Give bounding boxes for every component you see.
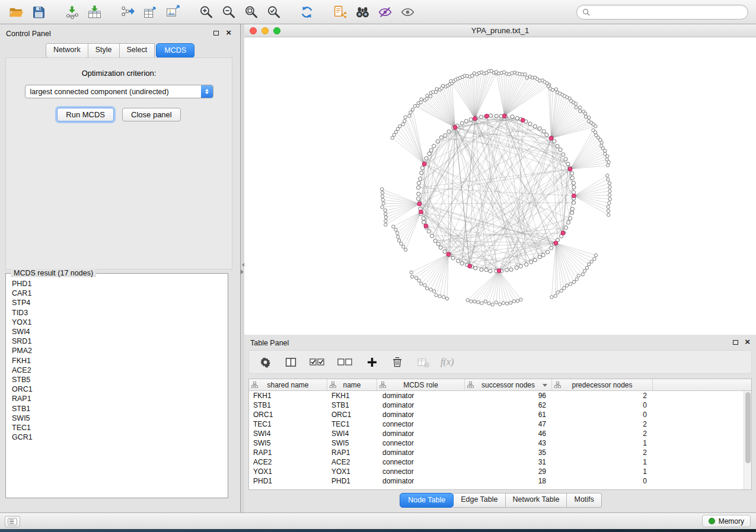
select-all-icon (310, 356, 325, 368)
close-table-panel-icon[interactable]: × (745, 337, 750, 347)
mcds-result-item[interactable]: PMA2 (12, 346, 227, 355)
export-network-button[interactable] (116, 2, 139, 22)
table-row[interactable]: TEC1TEC1connector472 (249, 419, 744, 429)
mcds-result-item[interactable]: STB5 (12, 375, 227, 384)
table-row[interactable]: SWI4SWI4dominator462 (249, 429, 744, 438)
mcds-result-item[interactable]: TID3 (12, 308, 227, 318)
mcds-result-item[interactable]: ORC1 (12, 384, 227, 394)
delete-row-button[interactable] (390, 354, 405, 370)
close-panel-icon[interactable]: × (226, 28, 231, 37)
mcds-result-item[interactable]: TEC1 (12, 423, 227, 432)
table-columns-button[interactable] (283, 354, 298, 370)
column-header-name[interactable]: name (327, 379, 377, 390)
tab-network[interactable]: Network (46, 43, 88, 58)
table-row[interactable]: SWI5SWI5connector431 (249, 438, 744, 448)
table-tab-network-table[interactable]: Network Table (506, 493, 567, 508)
optimization-criterion-label: Optimization criterion: (6, 69, 232, 78)
mcds-result-item[interactable]: GCR1 (12, 432, 227, 442)
table-settings-button[interactable] (257, 354, 273, 370)
add-row-icon (366, 357, 378, 368)
panel-menu-button[interactable] (5, 516, 20, 527)
mcds-result-item[interactable]: RAP1 (12, 394, 227, 403)
select-all-button[interactable] (308, 354, 326, 370)
mcds-result-item[interactable]: SWI5 (12, 414, 227, 423)
column-type-icon (330, 382, 336, 390)
criterion-select[interactable]: largest connected component (undirected) (25, 85, 213, 98)
table-row[interactable]: PHD1PHD1dominator180 (249, 476, 744, 486)
save-button[interactable] (27, 2, 50, 22)
run-mcds-button[interactable]: Run MCDS (57, 108, 114, 121)
network-titlebar: YPA_prune.txt_1 (244, 24, 756, 37)
criterion-selected-value: largest connected component (undirected) (30, 88, 169, 96)
table-tab-edge-table[interactable]: Edge Table (454, 493, 505, 508)
table-row[interactable]: ACE2ACE2connector311 (249, 457, 744, 467)
refresh-icon (299, 5, 314, 20)
function-builder-button[interactable]: f(x) (441, 357, 454, 367)
open-folder-icon (9, 5, 24, 20)
column-header-MCDS-role[interactable]: MCDS role (377, 379, 465, 390)
table-panel-tabs: Node TableEdge TableNetwork TableMotifs (244, 493, 756, 508)
import-network-icon (65, 5, 79, 20)
memory-label: Memory (719, 517, 744, 525)
hide-details-icon (378, 5, 393, 20)
float-table-panel-icon[interactable] (733, 340, 738, 345)
refresh-button[interactable] (295, 2, 318, 22)
table-row[interactable]: STB1STB1dominator620 (249, 400, 744, 410)
table-scrollbar[interactable] (744, 391, 751, 489)
float-panel-icon[interactable] (213, 31, 219, 36)
delete-row-icon (391, 356, 403, 368)
mcds-result-item[interactable]: ACE2 (12, 366, 227, 375)
deselect-all-icon (337, 356, 353, 368)
table-tab-node-table[interactable]: Node Table (400, 493, 454, 508)
export-image-button[interactable] (161, 2, 184, 22)
scrollbar-thumb[interactable] (745, 392, 751, 463)
find-icon (355, 5, 370, 20)
table-row[interactable]: RAP1RAP1dominator352 (249, 448, 744, 457)
zoom-in-button[interactable] (194, 2, 217, 22)
table-row[interactable]: ORC1ORC1dominator610 (249, 410, 744, 419)
column-type-icon (379, 382, 386, 390)
import-network-button[interactable] (60, 2, 83, 22)
mcds-result-item[interactable]: SRD1 (12, 336, 227, 346)
column-header-predecessor-nodes[interactable]: predecessor nodes (552, 379, 653, 390)
import-table-icon (87, 5, 102, 20)
find-button[interactable] (351, 2, 374, 22)
mcds-result-item[interactable]: YOX1 (12, 318, 227, 327)
table-body: FKH1FKH1dominator962STB1STB1dominator620… (249, 391, 744, 489)
zoom-fit-button[interactable] (240, 2, 262, 22)
memory-button[interactable]: Memory (702, 515, 751, 527)
network-view: YPA_prune.txt_1 (244, 24, 756, 335)
close-panel-button[interactable]: Close panel (122, 108, 181, 121)
open-file-button[interactable] (5, 2, 27, 22)
share-document-button[interactable] (328, 2, 351, 22)
table-row[interactable]: YOX1YOX1connector291 (249, 467, 744, 476)
sort-indicator-icon[interactable] (543, 384, 547, 389)
add-row-button[interactable] (364, 354, 379, 370)
search-input[interactable] (594, 7, 742, 18)
column-header-successor-nodes[interactable]: successor nodes (465, 379, 552, 390)
mcds-result-item[interactable]: FKH1 (12, 356, 227, 366)
table-tab-motifs[interactable]: Motifs (567, 493, 601, 508)
control-panel-tabs: NetworkStyleSelectMCDS (0, 43, 240, 58)
mcds-result-item[interactable]: CAR1 (12, 289, 227, 298)
deselect-all-button[interactable] (336, 354, 354, 370)
export-table-button[interactable] (139, 2, 161, 22)
column-header-shared-name[interactable]: shared name (249, 379, 327, 390)
mcds-result-item[interactable]: STP4 (12, 298, 227, 307)
mcds-result-item[interactable]: PHD1 (12, 279, 227, 289)
zoom-out-button[interactable] (217, 2, 240, 22)
tab-select[interactable]: Select (120, 43, 155, 58)
network-canvas[interactable] (244, 37, 756, 335)
table-row[interactable]: FKH1FKH1dominator962 (249, 391, 744, 400)
show-details-button[interactable] (396, 2, 419, 22)
mcds-result-item[interactable]: SWI4 (12, 327, 227, 336)
delete-table-button[interactable] (415, 354, 430, 370)
mcds-result-list: PHD1CAR1STP4TID3YOX1SWI4SRD1PMA2FKH1ACE2… (7, 274, 227, 497)
tab-style[interactable]: Style (88, 43, 120, 58)
import-table-button[interactable] (83, 2, 106, 22)
zoom-selected-button[interactable] (262, 2, 285, 22)
mcds-result-item[interactable]: STB1 (12, 404, 227, 414)
hide-details-button[interactable] (374, 2, 396, 22)
zoom-fit-icon (244, 5, 259, 20)
tab-mcds[interactable]: MCDS (156, 43, 194, 58)
